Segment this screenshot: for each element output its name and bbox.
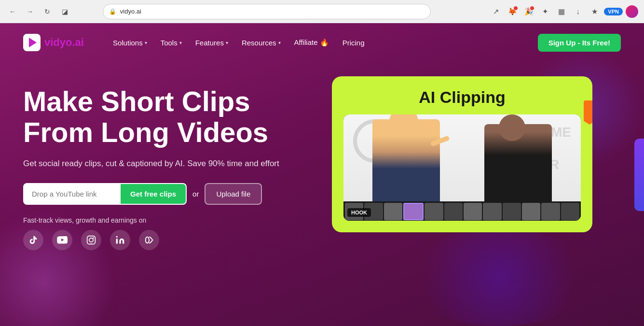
logo-icon [23,34,41,51]
svg-point-1 [89,238,93,242]
thumb-3 [384,203,402,220]
url-text: vidyo.ai [120,8,141,15]
nav-links: Solutions ▾ Tools ▾ Features ▾ Resources… [107,34,538,51]
download-button[interactable]: ↓ [571,5,585,18]
youtube-icon[interactable] [52,230,72,250]
navbar: vidyo.ai Solutions ▾ Tools ▾ Features ▾ … [0,23,644,62]
browser-right-icons: ↗ 🦊 🎉 ✦ ▦ ↓ ★ VPN [489,5,638,18]
nav-features[interactable]: Features ▾ [190,35,234,51]
nav-affiliate[interactable]: Affiliate 🔥 [288,34,335,51]
person-left [372,119,440,201]
meta-icon[interactable] [139,230,159,250]
hero-input-row: Get free clips or Upload file [23,183,313,205]
sidebar-button[interactable]: ▦ [555,5,568,18]
or-label: or [192,190,199,198]
extensions-button[interactable]: 🎉 [522,5,535,18]
ai-button[interactable]: ✦ [538,5,552,18]
person-left-arm [430,135,450,146]
tools-chevron-icon: ▾ [179,40,182,45]
nav-tools[interactable]: Tools ▾ [155,35,188,51]
website-content: vidyo.ai Solutions ▾ Tools ▾ Features ▾ … [0,23,644,326]
person-left-head [389,114,418,136]
star-button[interactable]: ★ [588,5,601,18]
firefox-button[interactable]: 🦊 [506,5,519,18]
video-scene: COMEFAFOR [343,114,581,201]
social-label: Fast-track views, growth and earnings on [23,216,313,224]
nav-solutions[interactable]: Solutions ▾ [107,35,153,51]
thumb-6 [444,203,463,220]
bookmark-tab-decoration [584,100,592,125]
nav-pricing[interactable]: Pricing [337,35,370,51]
logo-play-icon [29,38,37,47]
svg-rect-0 [87,236,96,244]
thumb-10 [522,203,540,220]
logo-text: vidyo.ai [44,36,84,49]
thumb-4-selected [403,203,424,220]
vpn-badge[interactable]: VPN [604,8,623,15]
ai-clipping-card: AI Clipping COMEFAFOR [332,76,592,232]
instagram-icon[interactable] [81,230,101,250]
tiktok-icon[interactable] [23,230,43,250]
lock-icon: 🔒 [109,8,116,15]
thumb-12 [561,203,579,220]
hero-section: Make Short Clips From Long Videos Get so… [0,62,644,250]
bookmark-button[interactable]: ◪ [58,5,71,18]
refresh-button[interactable]: ↻ [41,5,54,18]
hero-title: Make Short Clips From Long Videos [23,86,313,148]
ai-card-video: COMEFAFOR [343,114,581,221]
logo-text-main: vidyo [44,36,72,48]
avatar[interactable] [626,5,638,18]
thumb-8 [483,203,501,220]
browser-chrome: ← → ↻ ◪ 🔒 vidyo.ai ↗ 🦊 🎉 ✦ ▦ ↓ ★ VPN [0,0,644,23]
forward-button[interactable]: → [23,5,37,18]
nav-resources[interactable]: Resources ▾ [236,35,287,51]
linkedin-icon[interactable] [110,230,130,250]
hook-badge: HOOK [347,208,371,217]
logo[interactable]: vidyo.ai [23,34,84,51]
hero-left: Make Short Clips From Long Videos Get so… [23,76,313,250]
share-button[interactable]: ↗ [489,5,503,18]
back-button[interactable]: ← [6,5,19,18]
hero-subtitle: Get social ready clips, cut & captioned … [23,157,313,170]
hero-right: AI Clipping COMEFAFOR [332,76,592,232]
social-icons [23,230,313,250]
thumb-5 [425,203,443,220]
solutions-chevron-icon: ▾ [145,40,147,45]
svg-point-2 [93,237,94,239]
thumb-11 [541,203,560,220]
url-input-wrapper: Get free clips [23,183,187,205]
thumbnail-strip [343,201,581,221]
youtube-url-input[interactable] [24,184,121,204]
logo-text-dot: .ai [72,36,83,48]
ai-card-title: AI Clipping [343,88,581,107]
social-section: Fast-track views, growth and earnings on [23,216,313,250]
get-clips-button[interactable]: Get free clips [121,184,186,204]
svg-point-3 [116,236,118,238]
svg-point-4 [146,237,149,243]
person-right [484,124,552,201]
thumb-7 [464,203,482,220]
signup-button[interactable]: Sign Up - Its Free! [538,34,621,52]
upload-button[interactable]: Upload file [205,183,262,205]
features-chevron-icon: ▾ [226,40,228,45]
address-bar[interactable]: 🔒 vidyo.ai [103,4,431,19]
resources-chevron-icon: ▾ [278,40,281,45]
person-right-head [499,114,525,141]
thumb-9 [503,203,521,220]
